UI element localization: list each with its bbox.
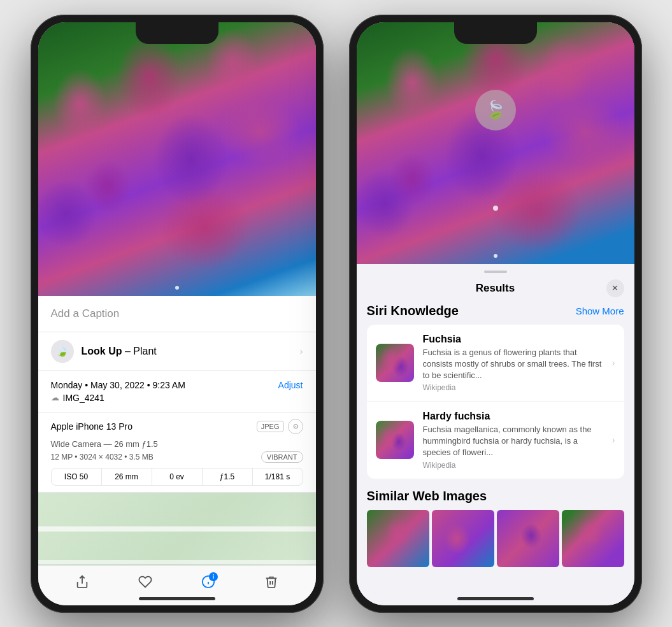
show-more-button[interactable]: Show More (576, 306, 624, 316)
exif-iso: ISO 50 (52, 468, 102, 485)
photo-info-section: Monday • May 30, 2022 • 9:23 AM Adjust ☁… (38, 371, 316, 412)
location-badge: ⊙ (288, 419, 303, 434)
delete-button[interactable] (264, 575, 278, 593)
phone-1: Add a Caption 🍃 Look Up – Plant › Monday… (31, 15, 324, 613)
fuchsia-thumbnail (376, 344, 414, 382)
exif-ev: 0 ev (152, 468, 203, 485)
info-badge: i (209, 572, 218, 581)
knowledge-item-fuchsia[interactable]: Fuchsia Fuchsia is a genus of flowering … (367, 325, 624, 402)
hardy-thumb-image (376, 421, 414, 459)
panel-handle[interactable] (484, 271, 507, 273)
knowledge-card: Fuchsia Fuchsia is a genus of flowering … (367, 325, 624, 479)
device-name: Apple iPhone 13 Pro (51, 421, 132, 432)
mp-text: 12 MP • 3024 × 4032 • 3.5 MB (51, 453, 154, 461)
leaf-icon: 🍃 (56, 345, 69, 357)
lookup-label: Look Up – Plant (82, 346, 157, 357)
fuchsia-source: Wikipedia (423, 383, 603, 392)
lookup-icon: 🍃 (51, 340, 74, 363)
exif-focal: 26 mm (102, 468, 152, 485)
phones-container: Add a Caption 🍃 Look Up – Plant › Monday… (31, 15, 642, 613)
similar-web-section: Similar Web Images (367, 489, 624, 567)
phone-2: 🍃 Results ✕ Siri (349, 15, 642, 613)
exif-shutter: 1/181 s (253, 468, 303, 485)
siri-circle[interactable]: 🍃 (475, 90, 516, 130)
cloud-icon: ☁ (51, 393, 59, 402)
fuchsia-chevron-icon: › (612, 358, 615, 368)
siri-dot (493, 206, 498, 211)
exif-row: ISO 50 26 mm 0 ev ƒ1.5 1/181 s (51, 468, 303, 486)
fuchsia-name: Fuchsia (423, 334, 603, 345)
flower-overlay-1 (38, 22, 316, 296)
phone2-content: 🍃 Results ✕ Siri (357, 22, 634, 605)
home-indicator-2 (457, 597, 534, 600)
notch-2 (454, 22, 537, 44)
filename: IMG_4241 (63, 393, 104, 403)
hardy-source: Wikipedia (423, 461, 603, 470)
similar-image-3[interactable] (497, 510, 559, 567)
similar-web-title: Similar Web Images (367, 489, 624, 504)
fuchsia-text: Fuchsia Fuchsia is a genus of flowering … (423, 334, 603, 393)
knowledge-item-hardy[interactable]: Hardy fuchsia Fuchsia magellanica, commo… (367, 402, 624, 479)
flower-overlay-2 (357, 22, 634, 264)
results-panel: Results ✕ Siri Knowledge Show More (357, 264, 634, 605)
similar-image-2[interactable] (432, 510, 494, 567)
hardy-text: Hardy fuchsia Fuchsia magellanica, commo… (423, 411, 603, 470)
map-road-1 (38, 526, 316, 532)
format-badges: JPEG ⊙ (257, 419, 303, 434)
fuchsia-thumb-image (376, 344, 414, 382)
notch-1 (136, 22, 218, 44)
hardy-chevron-icon: › (612, 435, 615, 445)
results-scroll[interactable]: Siri Knowledge Show More Fuchsia (357, 304, 634, 605)
flower-photo-1 (38, 22, 316, 296)
device-section: Apple iPhone 13 Pro JPEG ⊙ Wide Camera —… (38, 412, 316, 493)
caption-area[interactable]: Add a Caption (38, 296, 316, 332)
results-header: Results ✕ (357, 277, 634, 304)
page-dot-2 (494, 254, 497, 258)
exif-aperture: ƒ1.5 (203, 468, 253, 485)
lookup-chevron-icon: › (300, 346, 303, 356)
home-indicator-1 (139, 597, 215, 600)
adjust-button[interactable]: Adjust (278, 380, 303, 390)
siri-leaf-icon: 🍃 (484, 99, 506, 120)
date-text: Monday • May 30, 2022 • 9:23 AM (51, 380, 185, 390)
similar-image-4[interactable] (562, 510, 624, 567)
flower-photo-2: 🍃 (357, 22, 634, 264)
info-button[interactable]: i (201, 575, 215, 593)
hardy-thumbnail (376, 421, 414, 459)
close-button[interactable]: ✕ (606, 279, 624, 297)
similar-image-1[interactable] (367, 510, 429, 567)
lookup-row[interactable]: 🍃 Look Up – Plant › (38, 332, 316, 371)
hardy-name: Hardy fuchsia (423, 411, 603, 422)
phone-2-screen: 🍃 Results ✕ Siri (357, 22, 634, 605)
share-button[interactable] (75, 575, 89, 593)
camera-info: Wide Camera — 26 mm ƒ1.5 (51, 439, 303, 449)
map-road-2 (38, 560, 316, 564)
fuchsia-desc: Fuchsia is a genus of flowering plants t… (423, 347, 603, 382)
page-dot-1 (175, 286, 179, 290)
phone-1-screen: Add a Caption 🍃 Look Up – Plant › Monday… (38, 22, 316, 605)
caption-placeholder[interactable]: Add a Caption (51, 307, 120, 320)
siri-knowledge-header: Siri Knowledge Show More (367, 304, 624, 318)
jpeg-badge: JPEG (257, 421, 284, 432)
results-title: Results (385, 282, 606, 295)
hardy-desc: Fuchsia magellanica, commonly known as t… (423, 424, 603, 459)
vibrant-badge: VIBRANT (261, 451, 303, 463)
like-button[interactable] (138, 575, 152, 593)
siri-knowledge-title: Siri Knowledge (367, 304, 459, 318)
similar-images-row (367, 510, 624, 567)
phone1-content: Add a Caption 🍃 Look Up – Plant › Monday… (38, 22, 316, 605)
